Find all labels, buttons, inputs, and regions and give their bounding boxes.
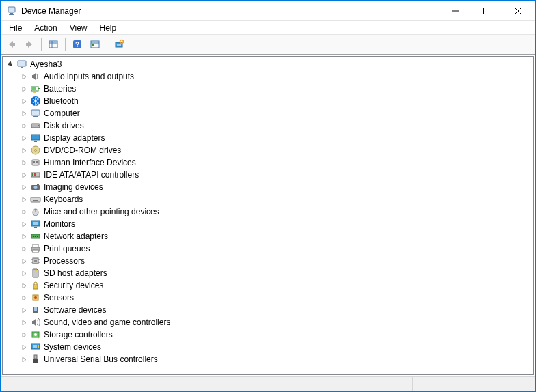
- toolbar-scan-hardware-button[interactable]: [111, 36, 127, 53]
- tree-category-row[interactable]: IDE ATA/ATAPI controllers: [3, 169, 533, 181]
- svg-point-74: [34, 296, 37, 299]
- tree-category-row[interactable]: Network adapters: [3, 230, 533, 242]
- toolbar-help-button[interactable]: ?: [69, 36, 85, 53]
- expander-closed-icon[interactable]: [19, 109, 29, 118]
- expander-closed-icon[interactable]: [19, 195, 29, 204]
- tree-category-label: Mice and other pointing devices: [44, 207, 159, 216]
- expander-closed-icon[interactable]: [19, 232, 29, 241]
- tree-category-row[interactable]: Print queues: [3, 242, 533, 255]
- tree-category-row[interactable]: Imaging devices: [3, 181, 533, 193]
- tree-category-row[interactable]: Disk drives: [3, 120, 533, 132]
- tree-category-row[interactable]: DVD/CD-ROM drives: [3, 144, 533, 156]
- tree-category-row[interactable]: Storage controllers: [3, 328, 533, 341]
- expander-closed-icon[interactable]: [19, 158, 29, 167]
- expander-closed-icon[interactable]: [19, 121, 29, 130]
- expander-closed-icon[interactable]: [19, 330, 29, 339]
- svg-rect-69: [34, 270, 34, 271]
- tree-category-row[interactable]: Monitors: [3, 218, 533, 230]
- monitor-icon: [30, 219, 41, 229]
- tree-category-row[interactable]: Sensors: [3, 292, 533, 304]
- expander-closed-icon[interactable]: [19, 244, 29, 253]
- menu-action[interactable]: Action: [29, 22, 62, 34]
- tree-category-row[interactable]: Sound, video and game controllers: [3, 316, 533, 328]
- expander-closed-icon[interactable]: [19, 256, 29, 266]
- tree-category-label: DVD/CD-ROM drives: [44, 145, 121, 155]
- svg-rect-31: [31, 135, 40, 140]
- tree-category-row[interactable]: Mice and other pointing devices: [3, 206, 533, 218]
- expander-closed-icon[interactable]: [19, 72, 29, 81]
- tree-category-row[interactable]: Audio inputs and outputs: [3, 70, 533, 83]
- speaker-icon: [30, 71, 41, 82]
- printer-icon: [30, 243, 41, 254]
- svg-rect-0: [8, 7, 15, 12]
- tree-category-label: Print queues: [44, 244, 90, 253]
- tree-category-row[interactable]: Universal Serial Bus controllers: [3, 353, 533, 365]
- tree-category-row[interactable]: SD host adapters: [3, 267, 533, 279]
- svg-point-30: [38, 125, 39, 126]
- expander-closed-icon[interactable]: [19, 219, 29, 229]
- software-icon: [30, 305, 41, 316]
- svg-rect-18: [117, 44, 121, 46]
- toolbar-properties-button[interactable]: [87, 36, 103, 53]
- tree-category-row[interactable]: Computer: [3, 107, 533, 120]
- expander-closed-icon[interactable]: [19, 281, 29, 290]
- toolbar-back-button[interactable]: [3, 36, 20, 53]
- sensor-icon: [30, 292, 41, 303]
- ide-icon: [30, 169, 41, 180]
- svg-rect-1: [10, 13, 13, 14]
- tree-category-row[interactable]: Processors: [3, 255, 533, 267]
- bluetooth-icon: [30, 96, 41, 107]
- tree-category-label: Human Interface Devices: [44, 158, 136, 167]
- device-tree[interactable]: Ayesha3 Audio inputs and outputsBatterie…: [2, 56, 534, 375]
- menu-help[interactable]: Help: [94, 22, 122, 34]
- expander-closed-icon[interactable]: [19, 293, 29, 303]
- svg-rect-32: [34, 141, 37, 142]
- svg-point-34: [35, 150, 37, 152]
- expander-closed-icon[interactable]: [19, 133, 29, 143]
- tree-category-row[interactable]: System devices: [3, 341, 533, 353]
- disk-icon: [30, 120, 41, 131]
- expander-closed-icon[interactable]: [19, 84, 29, 94]
- statusbar: [1, 376, 535, 391]
- cdrom-icon: [30, 145, 41, 156]
- svg-rect-62: [33, 250, 38, 253]
- imaging-icon: [30, 182, 41, 193]
- tree-category-row[interactable]: Bluetooth: [3, 95, 533, 107]
- tree-category-row[interactable]: Software devices: [3, 304, 533, 316]
- svg-point-19: [120, 40, 124, 44]
- svg-rect-50: [33, 200, 38, 201]
- expander-closed-icon[interactable]: [19, 318, 29, 327]
- tree-category-label: Display adapters: [44, 133, 105, 143]
- menu-view[interactable]: View: [64, 22, 93, 34]
- tree-category-row[interactable]: Security devices: [3, 279, 533, 292]
- expander-closed-icon[interactable]: [19, 96, 29, 106]
- tree-category-label: Computer: [44, 109, 80, 118]
- tree-category-row[interactable]: Display adapters: [3, 132, 533, 144]
- tree-category-label: Processors: [44, 256, 85, 266]
- minimize-button[interactable]: [440, 1, 471, 20]
- expander-closed-icon[interactable]: [19, 145, 29, 155]
- expander-closed-icon[interactable]: [19, 207, 29, 216]
- tree-category-row[interactable]: Batteries: [3, 83, 533, 95]
- tree-category-row[interactable]: Keyboards: [3, 193, 533, 206]
- expander-closed-icon[interactable]: [19, 182, 29, 192]
- tree-category-row[interactable]: Human Interface Devices: [3, 156, 533, 169]
- content-area: Ayesha3 Audio inputs and outputsBatterie…: [1, 55, 535, 376]
- expander-closed-icon[interactable]: [19, 354, 29, 364]
- maximize-button[interactable]: [471, 1, 502, 20]
- tree-category-label: SD host adapters: [44, 268, 107, 278]
- toolbar-separator: [65, 38, 66, 51]
- expander-closed-icon[interactable]: [19, 268, 29, 278]
- tree-root-row[interactable]: Ayesha3: [3, 58, 533, 70]
- expander-closed-icon[interactable]: [19, 342, 29, 352]
- toolbar-forward-button[interactable]: [21, 36, 38, 53]
- expander-closed-icon[interactable]: [19, 170, 29, 180]
- tree-category-label: Monitors: [44, 219, 75, 229]
- expander-closed-icon[interactable]: [19, 305, 29, 315]
- tree-category-label: Sensors: [44, 293, 74, 303]
- svg-rect-22: [19, 68, 25, 68]
- toolbar-console-tree-button[interactable]: [45, 36, 62, 53]
- menu-file[interactable]: File: [3, 22, 27, 34]
- close-button[interactable]: [502, 1, 534, 20]
- expander-open-icon[interactable]: [5, 59, 15, 69]
